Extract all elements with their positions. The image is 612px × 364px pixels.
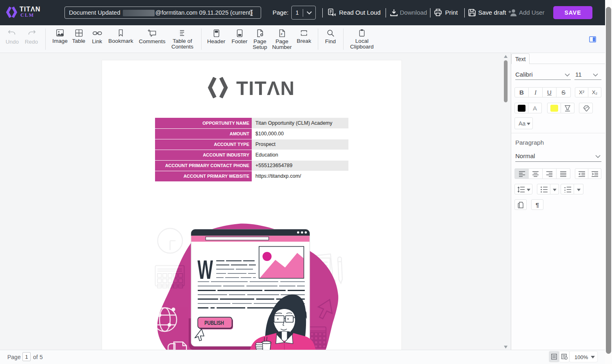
svg-text:#: # bbox=[281, 32, 283, 36]
svg-text:TITΛN: TITΛN bbox=[236, 77, 295, 98]
svg-text:W: W bbox=[197, 255, 213, 285]
svg-text:PUBLISH: PUBLISH bbox=[204, 319, 224, 326]
